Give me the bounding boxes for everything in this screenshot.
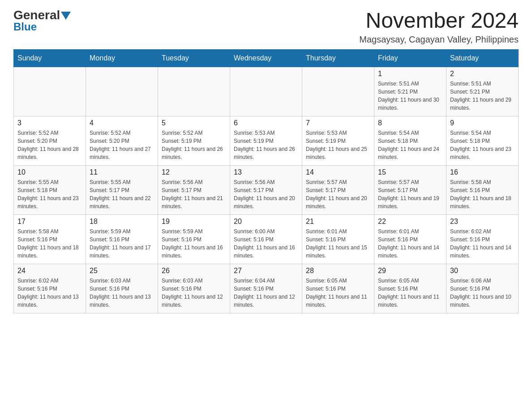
day-number: 1 — [378, 70, 442, 78]
day-number: 21 — [306, 218, 370, 226]
day-info: Sunrise: 6:01 AMSunset: 5:16 PMDaylight:… — [306, 227, 370, 260]
day-info: Sunrise: 5:56 AMSunset: 5:17 PMDaylight:… — [234, 178, 298, 210]
table-row: 13Sunrise: 5:56 AMSunset: 5:17 PMDayligh… — [230, 165, 302, 214]
logo-blue: Blue — [13, 21, 37, 33]
day-number: 29 — [378, 267, 442, 275]
day-number: 28 — [306, 267, 370, 275]
table-row: 18Sunrise: 5:59 AMSunset: 5:16 PMDayligh… — [86, 214, 158, 264]
table-row: 17Sunrise: 5:58 AMSunset: 5:16 PMDayligh… — [14, 214, 86, 264]
calendar-table: SundayMondayTuesdayWednesdayThursdayFrid… — [13, 49, 519, 313]
table-row: 21Sunrise: 6:01 AMSunset: 5:16 PMDayligh… — [302, 214, 374, 264]
table-row: 26Sunrise: 6:03 AMSunset: 5:16 PMDayligh… — [158, 264, 230, 313]
table-row: 28Sunrise: 6:05 AMSunset: 5:16 PMDayligh… — [302, 264, 374, 313]
calendar-row-3: 10Sunrise: 5:55 AMSunset: 5:18 PMDayligh… — [14, 165, 519, 214]
day-number: 10 — [17, 168, 82, 176]
day-info: Sunrise: 5:55 AMSunset: 5:18 PMDaylight:… — [17, 178, 82, 210]
table-row: 22Sunrise: 6:01 AMSunset: 5:16 PMDayligh… — [374, 214, 446, 264]
table-row: 12Sunrise: 5:56 AMSunset: 5:17 PMDayligh… — [158, 165, 230, 214]
table-row — [86, 67, 158, 116]
table-row: 30Sunrise: 6:06 AMSunset: 5:16 PMDayligh… — [446, 264, 519, 313]
title-area: November 2024 Magsaysay, Cagayan Valley,… — [359, 9, 519, 45]
table-row: 6Sunrise: 5:53 AMSunset: 5:19 PMDaylight… — [230, 116, 302, 165]
day-info: Sunrise: 5:54 AMSunset: 5:18 PMDaylight:… — [378, 129, 442, 161]
table-row: 27Sunrise: 6:04 AMSunset: 5:16 PMDayligh… — [230, 264, 302, 313]
day-info: Sunrise: 5:58 AMSunset: 5:16 PMDaylight:… — [450, 178, 515, 210]
logo-arrow-icon — [61, 12, 71, 20]
table-row: 7Sunrise: 5:53 AMSunset: 5:19 PMDaylight… — [302, 116, 374, 165]
table-row: 24Sunrise: 6:02 AMSunset: 5:16 PMDayligh… — [14, 264, 86, 313]
day-info: Sunrise: 5:52 AMSunset: 5:20 PMDaylight:… — [90, 129, 154, 161]
day-info: Sunrise: 5:54 AMSunset: 5:18 PMDaylight:… — [450, 129, 515, 161]
day-number: 7 — [306, 119, 370, 127]
day-info: Sunrise: 5:53 AMSunset: 5:19 PMDaylight:… — [234, 129, 298, 161]
day-info: Sunrise: 5:56 AMSunset: 5:17 PMDaylight:… — [162, 178, 226, 210]
day-info: Sunrise: 5:51 AMSunset: 5:21 PMDaylight:… — [378, 80, 442, 112]
day-number: 19 — [162, 218, 226, 226]
day-number: 2 — [450, 70, 515, 78]
day-info: Sunrise: 6:05 AMSunset: 5:16 PMDaylight:… — [378, 277, 442, 309]
month-title: November 2024 — [359, 9, 519, 33]
day-info: Sunrise: 5:53 AMSunset: 5:19 PMDaylight:… — [306, 129, 370, 161]
day-info: Sunrise: 6:02 AMSunset: 5:16 PMDaylight:… — [17, 277, 82, 309]
day-number: 27 — [234, 267, 298, 275]
calendar-header-row: SundayMondayTuesdayWednesdayThursdayFrid… — [14, 49, 519, 67]
day-number: 16 — [450, 168, 515, 176]
day-number: 9 — [450, 119, 515, 127]
day-info: Sunrise: 6:06 AMSunset: 5:16 PMDaylight:… — [450, 277, 515, 309]
day-info: Sunrise: 5:59 AMSunset: 5:16 PMDaylight:… — [90, 227, 154, 260]
table-row: 15Sunrise: 5:57 AMSunset: 5:17 PMDayligh… — [374, 165, 446, 214]
day-number: 13 — [234, 168, 298, 176]
logo: General Blue — [13, 9, 71, 33]
day-info: Sunrise: 5:59 AMSunset: 5:16 PMDaylight:… — [162, 227, 226, 260]
table-row — [14, 67, 86, 116]
table-row: 4Sunrise: 5:52 AMSunset: 5:20 PMDaylight… — [86, 116, 158, 165]
col-header-saturday: Saturday — [446, 49, 519, 67]
location: Magsaysay, Cagayan Valley, Philippines — [359, 34, 519, 45]
svg-marker-0 — [61, 12, 71, 20]
table-row — [230, 67, 302, 116]
day-info: Sunrise: 6:02 AMSunset: 5:16 PMDaylight:… — [450, 227, 515, 260]
day-number: 3 — [17, 119, 82, 127]
day-number: 4 — [90, 119, 154, 127]
day-number: 8 — [378, 119, 442, 127]
day-info: Sunrise: 5:57 AMSunset: 5:17 PMDaylight:… — [378, 178, 442, 210]
day-info: Sunrise: 5:57 AMSunset: 5:17 PMDaylight:… — [306, 178, 370, 210]
day-number: 12 — [162, 168, 226, 176]
day-number: 11 — [90, 168, 154, 176]
table-row: 25Sunrise: 6:03 AMSunset: 5:16 PMDayligh… — [86, 264, 158, 313]
day-info: Sunrise: 5:52 AMSunset: 5:19 PMDaylight:… — [162, 129, 226, 161]
col-header-thursday: Thursday — [302, 49, 374, 67]
day-info: Sunrise: 5:51 AMSunset: 5:21 PMDaylight:… — [450, 80, 515, 112]
table-row: 14Sunrise: 5:57 AMSunset: 5:17 PMDayligh… — [302, 165, 374, 214]
day-number: 14 — [306, 168, 370, 176]
table-row: 20Sunrise: 6:00 AMSunset: 5:16 PMDayligh… — [230, 214, 302, 264]
page-header: General Blue November 2024 Magsaysay, Ca… — [13, 9, 519, 45]
table-row: 5Sunrise: 5:52 AMSunset: 5:19 PMDaylight… — [158, 116, 230, 165]
calendar-row-2: 3Sunrise: 5:52 AMSunset: 5:20 PMDaylight… — [14, 116, 519, 165]
day-number: 6 — [234, 119, 298, 127]
day-info: Sunrise: 6:04 AMSunset: 5:16 PMDaylight:… — [234, 277, 298, 309]
table-row: 3Sunrise: 5:52 AMSunset: 5:20 PMDaylight… — [14, 116, 86, 165]
day-info: Sunrise: 6:00 AMSunset: 5:16 PMDaylight:… — [234, 227, 298, 260]
table-row: 11Sunrise: 5:55 AMSunset: 5:17 PMDayligh… — [86, 165, 158, 214]
table-row: 19Sunrise: 5:59 AMSunset: 5:16 PMDayligh… — [158, 214, 230, 264]
day-number: 23 — [450, 218, 515, 226]
day-number: 24 — [17, 267, 82, 275]
day-number: 20 — [234, 218, 298, 226]
col-header-wednesday: Wednesday — [230, 49, 302, 67]
col-header-monday: Monday — [86, 49, 158, 67]
day-number: 15 — [378, 168, 442, 176]
col-header-tuesday: Tuesday — [158, 49, 230, 67]
table-row: 9Sunrise: 5:54 AMSunset: 5:18 PMDaylight… — [446, 116, 519, 165]
table-row: 29Sunrise: 6:05 AMSunset: 5:16 PMDayligh… — [374, 264, 446, 313]
calendar-row-4: 17Sunrise: 5:58 AMSunset: 5:16 PMDayligh… — [14, 214, 519, 264]
day-info: Sunrise: 5:52 AMSunset: 5:20 PMDaylight:… — [17, 129, 82, 161]
day-number: 18 — [90, 218, 154, 226]
day-number: 30 — [450, 267, 515, 275]
col-header-friday: Friday — [374, 49, 446, 67]
day-info: Sunrise: 6:01 AMSunset: 5:16 PMDaylight:… — [378, 227, 442, 260]
day-number: 25 — [90, 267, 154, 275]
table-row — [158, 67, 230, 116]
day-number: 22 — [378, 218, 442, 226]
calendar-row-5: 24Sunrise: 6:02 AMSunset: 5:16 PMDayligh… — [14, 264, 519, 313]
